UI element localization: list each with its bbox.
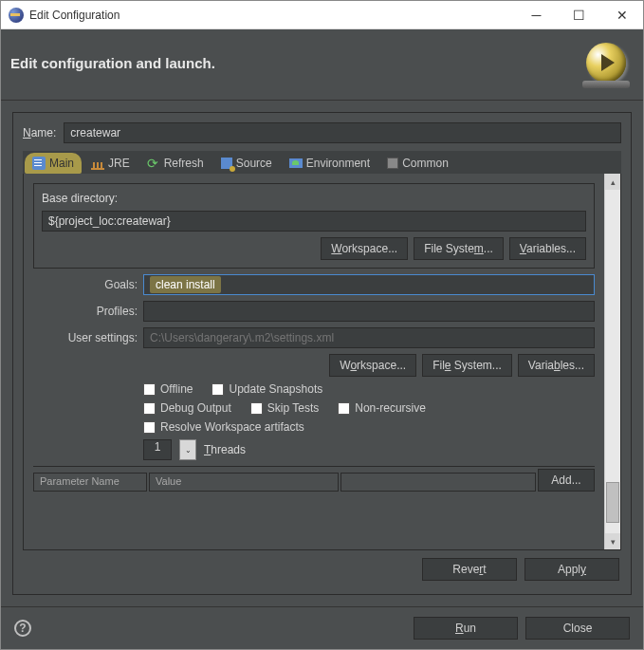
- apply-button[interactable]: Apply: [524, 558, 619, 581]
- variables-button[interactable]: Variables...: [509, 237, 586, 260]
- run-button[interactable]: Run: [414, 617, 518, 640]
- scroll-up-arrow[interactable]: ▴: [605, 174, 620, 190]
- config-panel: Name: Main JRE ⟳ Refresh Sourc: [12, 112, 632, 595]
- base-directory-group: Base directory: Workspace... File System…: [33, 183, 595, 269]
- workspace-button-2[interactable]: Workspace...: [329, 354, 416, 377]
- content-area: Name: Main JRE ⟳ Refresh Sourc: [1, 101, 643, 606]
- update-snapshots-checkbox[interactable]: Update Snapshots: [212, 382, 322, 396]
- dialog-footer: ? Run Close: [1, 606, 643, 649]
- debug-output-checkbox[interactable]: Debug Output: [143, 401, 231, 415]
- eclipse-icon: [9, 8, 24, 23]
- close-button[interactable]: Close: [525, 617, 630, 640]
- tab-bar: Main JRE ⟳ Refresh Source Environment: [23, 151, 621, 174]
- profiles-label: Profiles:: [33, 305, 138, 318]
- profiles-input[interactable]: [143, 301, 595, 322]
- skip-tests-checkbox[interactable]: Skip Tests: [250, 401, 319, 415]
- source-tab-icon: [221, 158, 232, 169]
- param-empty-column: [340, 473, 536, 492]
- non-recursive-checkbox[interactable]: Non-recursive: [338, 401, 426, 415]
- tab-refresh[interactable]: ⟳ Refresh: [139, 153, 212, 174]
- name-input[interactable]: [64, 122, 621, 143]
- close-window-button[interactable]: ✕: [600, 1, 643, 29]
- tab-source[interactable]: Source: [213, 153, 280, 174]
- parameters-table: Parameter Name Value Add...: [33, 466, 595, 492]
- offline-checkbox[interactable]: Offline: [143, 382, 193, 396]
- scroll-down-arrow[interactable]: ▾: [605, 533, 620, 549]
- run-icon: [586, 43, 626, 83]
- goals-input[interactable]: clean install: [143, 274, 595, 295]
- workspace-button[interactable]: Workspace...: [321, 237, 408, 260]
- threads-input[interactable]: 1: [143, 439, 172, 460]
- vertical-scrollbar[interactable]: ▴ ▾: [604, 174, 620, 549]
- minimize-button[interactable]: ─: [515, 1, 558, 29]
- tab-environment[interactable]: Environment: [282, 153, 377, 174]
- titlebar: Edit Configuration ─ ☐ ✕: [1, 1, 643, 29]
- window-title: Edit Configuration: [29, 9, 515, 22]
- name-label: Name:: [23, 126, 56, 139]
- threads-label: Threads: [204, 443, 246, 456]
- scroll-thumb[interactable]: [606, 482, 619, 523]
- dialog-window: Edit Configuration ─ ☐ ✕ Edit configurat…: [0, 0, 644, 650]
- jre-tab-icon: [91, 160, 104, 170]
- base-directory-label: Base directory:: [42, 192, 586, 205]
- filesystem-button-2[interactable]: File System...: [422, 354, 512, 377]
- resolve-workspace-checkbox[interactable]: Resolve Workspace artifacts: [143, 420, 304, 434]
- tab-jre[interactable]: JRE: [83, 153, 138, 174]
- refresh-tab-icon: ⟳: [147, 157, 160, 170]
- param-value-column[interactable]: Value: [149, 473, 339, 492]
- help-icon[interactable]: ?: [14, 620, 31, 637]
- user-settings-input[interactable]: [143, 327, 595, 348]
- maximize-button[interactable]: ☐: [558, 1, 600, 29]
- environment-tab-icon: [289, 158, 303, 168]
- add-parameter-button[interactable]: Add...: [538, 469, 595, 492]
- base-directory-input[interactable]: [42, 211, 586, 232]
- param-name-column[interactable]: Parameter Name: [33, 473, 147, 492]
- revert-button[interactable]: Revert: [422, 558, 517, 581]
- dialog-header: Edit configuration and launch.: [1, 29, 643, 101]
- threads-spinner-button[interactable]: ⌄: [179, 439, 196, 460]
- tab-common[interactable]: Common: [379, 153, 456, 174]
- user-settings-label: User settings:: [33, 331, 138, 344]
- main-tab-icon: [32, 157, 46, 170]
- common-tab-icon: [387, 158, 398, 169]
- tab-content: Base directory: Workspace... File System…: [23, 174, 621, 550]
- goals-label: Goals:: [33, 278, 138, 291]
- variables-button-2[interactable]: Variables...: [518, 354, 595, 377]
- tab-main[interactable]: Main: [25, 153, 82, 174]
- dialog-title: Edit configuration and launch.: [10, 55, 586, 71]
- filesystem-button[interactable]: File System...: [414, 237, 504, 260]
